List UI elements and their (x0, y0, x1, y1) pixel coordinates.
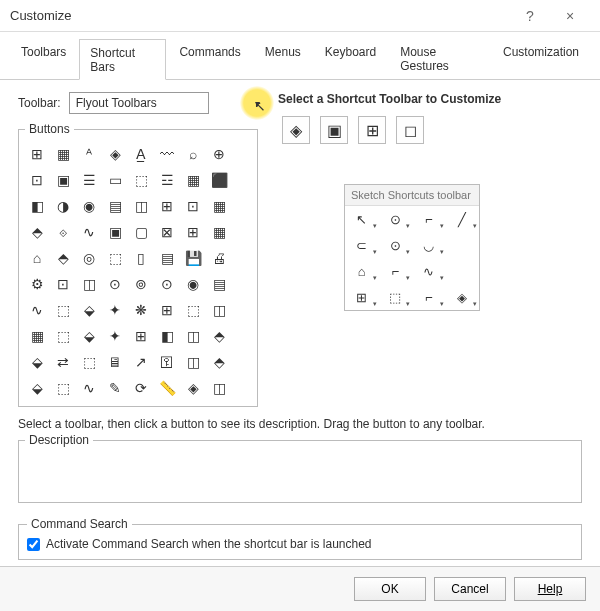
sketch-button-6[interactable]: ◡▾ (412, 232, 446, 258)
toolbar-button-42[interactable]: ◫ (77, 272, 101, 296)
tab-menus[interactable]: Menus (254, 38, 312, 79)
toolbar-button-49[interactable]: ⬚ (51, 298, 75, 322)
toolbar-button-66[interactable]: ⬚ (77, 350, 101, 374)
toolbar-button-79[interactable]: ◫ (207, 376, 231, 400)
tab-toolbars[interactable]: Toolbars (10, 38, 77, 79)
close-icon[interactable]: × (550, 8, 590, 24)
toolbar-button-36[interactable]: ▯ (129, 246, 153, 270)
sketch-button-11[interactable] (446, 258, 480, 284)
toolbar-button-15[interactable]: ⬛ (207, 168, 231, 192)
toolbar-button-51[interactable]: ✦ (103, 298, 127, 322)
toolbar-button-63[interactable]: ⬘ (207, 324, 231, 348)
checkbox-input[interactable] (27, 538, 40, 551)
toolbar-button-50[interactable]: ⬙ (77, 298, 101, 322)
toolbar-button-32[interactable]: ⌂ (25, 246, 49, 270)
sketch-button-1[interactable]: ⊙▾ (379, 206, 413, 232)
tab-shortcut-bars[interactable]: Shortcut Bars (79, 39, 166, 80)
target-part[interactable]: ◈ (282, 116, 310, 144)
toolbar-button-18[interactable]: ◉ (77, 194, 101, 218)
toolbar-button-13[interactable]: ☲ (155, 168, 179, 192)
toolbar-button-46[interactable]: ◉ (181, 272, 205, 296)
sketch-button-15[interactable]: ◈▾ (446, 284, 480, 310)
toolbar-button-61[interactable]: ◧ (155, 324, 179, 348)
chevron-down-icon[interactable]: ▾ (240, 86, 274, 120)
toolbar-button-71[interactable]: ⬘ (207, 350, 231, 374)
toolbar-button-8[interactable]: ⊡ (25, 168, 49, 192)
toolbar-button-31[interactable]: ▦ (207, 220, 231, 244)
toolbar-button-23[interactable]: ▦ (207, 194, 231, 218)
toolbar-button-29[interactable]: ⊠ (155, 220, 179, 244)
toolbar-button-58[interactable]: ⬙ (77, 324, 101, 348)
sketch-button-5[interactable]: ⊙▾ (379, 232, 413, 258)
toolbar-button-78[interactable]: ◈ (181, 376, 205, 400)
sketch-button-12[interactable]: ⊞▾ (345, 284, 379, 310)
toolbar-button-25[interactable]: ⟐ (51, 220, 75, 244)
activate-command-search-checkbox[interactable]: Activate Command Search when the shortcu… (27, 537, 573, 551)
help-icon[interactable]: ? (510, 8, 550, 24)
toolbar-button-9[interactable]: ▣ (51, 168, 75, 192)
sketch-button-8[interactable]: ⌂▾ (345, 258, 379, 284)
toolbar-button-19[interactable]: ▤ (103, 194, 127, 218)
toolbar-button-39[interactable]: 🖨 (207, 246, 231, 270)
sketch-button-3[interactable]: ╱▾ (446, 206, 480, 232)
toolbar-button-27[interactable]: ▣ (103, 220, 127, 244)
toolbar-button-24[interactable]: ⬘ (25, 220, 49, 244)
ok-button[interactable]: OK (354, 577, 426, 601)
tab-mouse-gestures[interactable]: Mouse Gestures (389, 38, 490, 79)
toolbar-button-53[interactable]: ⊞ (155, 298, 179, 322)
toolbar-dropdown[interactable]: Flyout Toolbars ▾ ↖ (69, 92, 258, 114)
toolbar-button-2[interactable]: ᴬ (77, 142, 101, 166)
toolbar-button-75[interactable]: ✎ (103, 376, 127, 400)
toolbar-button-54[interactable]: ⬚ (181, 298, 205, 322)
toolbar-button-11[interactable]: ▭ (103, 168, 127, 192)
toolbar-button-0[interactable]: ⊞ (25, 142, 49, 166)
toolbar-button-48[interactable]: ∿ (25, 298, 49, 322)
target-drawing[interactable]: ⊞ (358, 116, 386, 144)
target-sketch[interactable]: ◻ (396, 116, 424, 144)
toolbar-button-74[interactable]: ∿ (77, 376, 101, 400)
sketch-button-7[interactable] (446, 232, 480, 258)
toolbar-button-65[interactable]: ⇄ (51, 350, 75, 374)
toolbar-button-33[interactable]: ⬘ (51, 246, 75, 270)
toolbar-button-73[interactable]: ⬚ (51, 376, 75, 400)
tab-customization[interactable]: Customization (492, 38, 590, 79)
toolbar-button-14[interactable]: ▦ (181, 168, 205, 192)
toolbar-button-68[interactable]: ↗ (129, 350, 153, 374)
sketch-button-14[interactable]: ⌐▾ (412, 284, 446, 310)
toolbar-button-47[interactable]: ▤ (207, 272, 231, 296)
toolbar-button-64[interactable]: ⬙ (25, 350, 49, 374)
sketch-button-10[interactable]: ∿▾ (412, 258, 446, 284)
toolbar-button-17[interactable]: ◑ (51, 194, 75, 218)
toolbar-button-38[interactable]: 💾 (181, 246, 205, 270)
toolbar-button-60[interactable]: ⊞ (129, 324, 153, 348)
toolbar-button-40[interactable]: ⚙ (25, 272, 49, 296)
tab-commands[interactable]: Commands (168, 38, 251, 79)
toolbar-button-69[interactable]: ⚿ (155, 350, 179, 374)
toolbar-button-72[interactable]: ⬙ (25, 376, 49, 400)
toolbar-button-21[interactable]: ⊞ (155, 194, 179, 218)
toolbar-button-62[interactable]: ◫ (181, 324, 205, 348)
sketch-button-9[interactable]: ⌐▾ (379, 258, 413, 284)
tab-keyboard[interactable]: Keyboard (314, 38, 387, 79)
toolbar-button-5[interactable]: 〰 (155, 142, 179, 166)
sketch-button-4[interactable]: ⊂▾ (345, 232, 379, 258)
toolbar-button-57[interactable]: ⬚ (51, 324, 75, 348)
toolbar-button-7[interactable]: ⊕ (207, 142, 231, 166)
toolbar-button-6[interactable]: ⌕ (181, 142, 205, 166)
toolbar-button-10[interactable]: ☰ (77, 168, 101, 192)
toolbar-button-16[interactable]: ◧ (25, 194, 49, 218)
toolbar-button-52[interactable]: ❋ (129, 298, 153, 322)
cancel-button[interactable]: Cancel (434, 577, 506, 601)
toolbar-button-35[interactable]: ⬚ (103, 246, 127, 270)
toolbar-button-77[interactable]: 📏 (155, 376, 179, 400)
toolbar-button-59[interactable]: ✦ (103, 324, 127, 348)
toolbar-button-67[interactable]: 🖥 (103, 350, 127, 374)
toolbar-button-41[interactable]: ⊡ (51, 272, 75, 296)
toolbar-button-30[interactable]: ⊞ (181, 220, 205, 244)
help-button[interactable]: Help (514, 577, 586, 601)
toolbar-button-22[interactable]: ⊡ (181, 194, 205, 218)
toolbar-button-55[interactable]: ◫ (207, 298, 231, 322)
sketch-button-2[interactable]: ⌐▾ (412, 206, 446, 232)
target-assembly[interactable]: ▣ (320, 116, 348, 144)
toolbar-button-56[interactable]: ▦ (25, 324, 49, 348)
